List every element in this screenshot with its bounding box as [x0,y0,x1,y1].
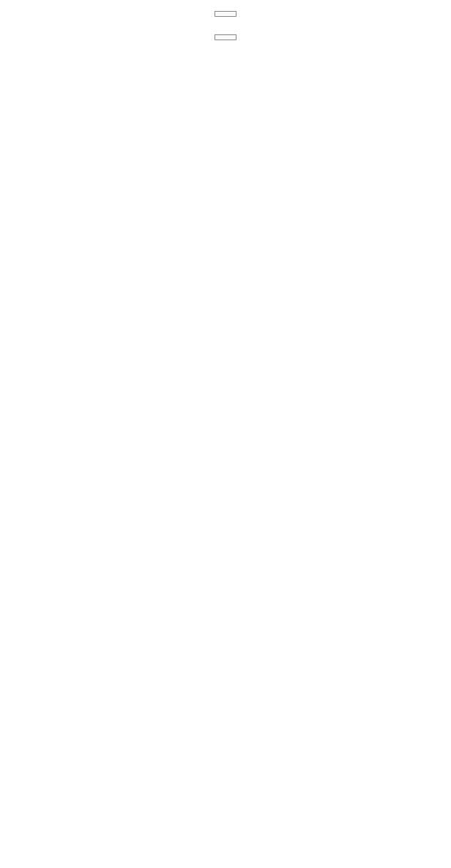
section1-title-box [3,9,448,19]
figure-root [0,0,451,63]
section2-title [215,34,236,40]
section2-title-box [3,32,448,42]
section1-title [215,11,236,17]
